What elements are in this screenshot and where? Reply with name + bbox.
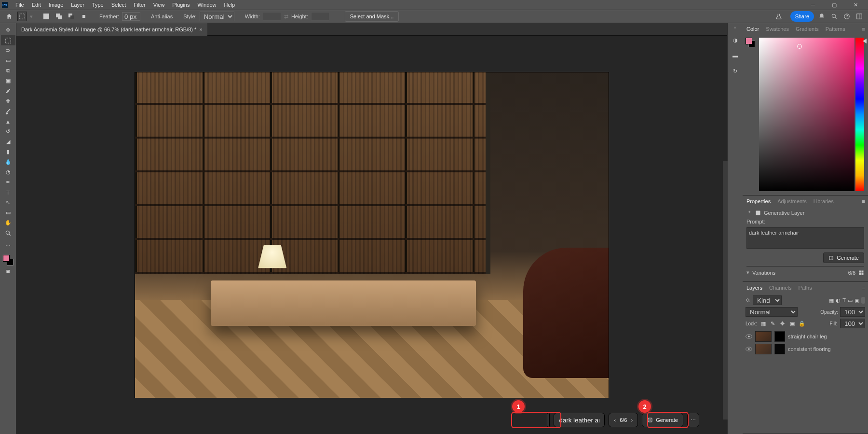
lock-all-icon[interactable]: 🔒	[799, 320, 805, 327]
foreground-color-swatch[interactable]	[3, 255, 10, 262]
generative-prompt-box[interactable]	[554, 413, 605, 427]
filter-adjust-icon[interactable]: ◐	[836, 297, 841, 304]
shape-tool[interactable]: ▭	[1, 208, 15, 218]
document-tab[interactable]: Dark Academia Styled AI Image @ 66.7% (d…	[16, 23, 207, 36]
feather-input[interactable]	[122, 12, 140, 21]
properties-generate-button[interactable]: Generate	[823, 252, 864, 263]
lock-brush-icon[interactable]: ✎	[770, 320, 776, 327]
menu-image[interactable]: Image	[45, 0, 68, 10]
tab-patterns[interactable]: Patterns	[825, 25, 846, 33]
layer-name[interactable]: straight chair leg	[788, 334, 827, 339]
beaker-icon[interactable]	[774, 12, 784, 21]
visibility-icon[interactable]	[746, 334, 752, 339]
zoom-tool[interactable]	[1, 228, 15, 238]
grid-icon[interactable]	[858, 270, 864, 276]
marquee-tool-indicator[interactable]	[17, 12, 27, 21]
menu-filter[interactable]: Filter	[130, 0, 149, 10]
gradient-tool[interactable]: ▮	[1, 147, 15, 157]
generate-button[interactable]: Generate	[642, 413, 683, 427]
marquee-tool[interactable]	[1, 35, 15, 45]
next-variation-button[interactable]: ›	[631, 417, 633, 423]
eraser-tool[interactable]: ◢	[1, 137, 15, 147]
lock-artboard-icon[interactable]: ▣	[789, 320, 796, 327]
move-tool[interactable]: ✥	[1, 25, 15, 35]
window-maximize-button[interactable]: ▢	[824, 0, 845, 10]
search-icon[interactable]	[829, 12, 839, 21]
selection-add[interactable]	[54, 12, 64, 21]
help-icon[interactable]	[842, 12, 852, 21]
type-tool[interactable]: T	[1, 187, 15, 197]
taskbar-more-button[interactable]: ⋯	[687, 413, 699, 427]
selection-intersect[interactable]	[79, 12, 89, 21]
layer-filter-kind[interactable]: Kind	[753, 295, 782, 305]
share-button[interactable]: Share	[790, 11, 814, 22]
comments-icon[interactable]: ▬	[730, 50, 741, 61]
hue-strip[interactable]	[855, 38, 864, 191]
generative-prompt-input[interactable]	[559, 417, 599, 424]
menu-layer[interactable]: Layer	[67, 0, 88, 10]
frame-tool[interactable]: ▣	[1, 76, 15, 86]
tab-swatches[interactable]: Swatches	[765, 25, 790, 33]
menu-view[interactable]: View	[149, 0, 169, 10]
panel-menu-icon[interactable]: ≡	[862, 285, 865, 291]
layer-thumbnail[interactable]	[755, 344, 772, 354]
hue-indicator[interactable]	[863, 39, 867, 43]
lock-pixels-icon[interactable]: ▦	[760, 320, 767, 327]
variations-label[interactable]: Variations	[752, 270, 775, 276]
menu-select[interactable]: Select	[108, 0, 130, 10]
current-color-swatch[interactable]	[746, 38, 755, 47]
brush-tool[interactable]	[1, 106, 15, 116]
panel-menu-icon[interactable]: ≡	[862, 26, 865, 32]
tab-gradients[interactable]: Gradients	[795, 25, 820, 33]
layer-name[interactable]: consistent flooring	[788, 346, 831, 352]
home-button[interactable]	[4, 12, 14, 21]
strip-expand-icon[interactable]: «	[728, 25, 743, 30]
opacity-input[interactable]: 100%	[840, 307, 865, 317]
layer-row[interactable]: consistent flooring	[746, 343, 865, 355]
dodge-tool[interactable]: ◔	[1, 167, 15, 177]
menu-type[interactable]: Type	[88, 0, 108, 10]
path-select-tool[interactable]: ↖	[1, 197, 15, 208]
filter-shape-icon[interactable]: ▭	[848, 297, 853, 304]
pen-tool[interactable]: ✒	[1, 177, 15, 187]
vertical-scrollbar[interactable]	[723, 161, 728, 420]
fill-input[interactable]: 100%	[840, 319, 865, 328]
select-and-mask-button[interactable]: Select and Mask...	[345, 11, 399, 22]
filter-type-icon[interactable]: T	[842, 297, 846, 303]
window-close-button[interactable]: ✕	[845, 0, 866, 10]
filter-pixel-icon[interactable]: ▦	[829, 297, 834, 304]
layer-thumbnail[interactable]	[755, 331, 772, 342]
layer-mask-thumbnail[interactable]	[774, 344, 785, 354]
blend-mode-select[interactable]: Normal	[746, 307, 798, 317]
menu-help[interactable]: Help	[220, 0, 239, 10]
hand-tool[interactable]: ✋	[1, 218, 15, 228]
lasso-tool[interactable]: ⊃	[1, 45, 15, 56]
tab-adjustments[interactable]: Adjustments	[776, 197, 808, 206]
tab-color[interactable]: Color	[746, 25, 760, 33]
fill-layer-icon[interactable]: ◑	[730, 35, 741, 45]
layer-row[interactable]: straight chair leg	[746, 330, 865, 343]
eyedropper-tool[interactable]	[1, 86, 15, 96]
color-picker[interactable]	[743, 35, 868, 195]
filter-toggle[interactable]	[861, 297, 865, 304]
layer-mask-thumbnail[interactable]	[774, 331, 785, 342]
saturation-field[interactable]	[759, 38, 854, 191]
stamp-tool[interactable]: ▲	[1, 116, 15, 126]
selection-new[interactable]	[41, 12, 51, 21]
menu-file[interactable]: File	[12, 0, 28, 10]
visibility-icon[interactable]	[746, 347, 752, 351]
history-icon[interactable]: ↻	[730, 66, 741, 76]
prev-variation-button[interactable]: ‹	[614, 417, 616, 423]
filter-smart-icon[interactable]: ▣	[854, 297, 859, 304]
object-select-tool[interactable]: ▭	[1, 56, 15, 66]
window-minimize-button[interactable]: ─	[802, 0, 824, 10]
style-select[interactable]: Normal	[200, 12, 234, 21]
taskbar-grip[interactable]	[547, 413, 550, 427]
color-swatches[interactable]	[3, 255, 14, 266]
panel-menu-icon[interactable]: ≡	[862, 198, 865, 204]
selection-subtract[interactable]	[67, 12, 76, 21]
tab-libraries[interactable]: Libraries	[813, 197, 835, 206]
workspace-icon[interactable]	[854, 12, 864, 21]
menu-edit[interactable]: Edit	[28, 0, 45, 10]
tab-channels[interactable]: Channels	[768, 283, 792, 292]
